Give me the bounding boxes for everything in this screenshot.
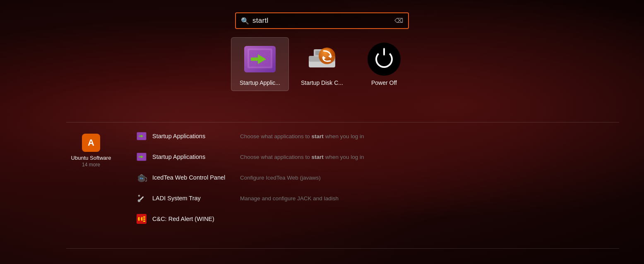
startup-app-1-name: Startup Applications: [152, 133, 235, 139]
cnc-name: C&C: Red Alert (WINE): [152, 216, 235, 222]
bottom-divider: [66, 248, 619, 249]
power-off-label: Power Off: [371, 79, 397, 86]
cnc-icon: [136, 213, 147, 225]
search-clear-button[interactable]: ⌫: [394, 17, 403, 24]
top-divider: [66, 122, 619, 122]
startup-app-1-desc: Choose what applications to start when y…: [240, 133, 364, 139]
svg-rect-24: [143, 218, 145, 220]
ladi-desc: Manage and configure JACK and ladish: [240, 195, 339, 202]
startup-app-1-icon: [136, 130, 147, 142]
ubuntu-software-icon: A: [82, 134, 100, 152]
svg-point-21: [138, 195, 140, 197]
startup-applications-icon: [243, 43, 276, 76]
ladi-name: LADI System Tray: [152, 195, 235, 202]
ubuntu-more-count: 14 more: [82, 162, 100, 168]
svg-rect-25: [143, 221, 145, 222]
ubuntu-software-name: Ubuntu Software: [71, 154, 111, 162]
startup-app-2-icon: [136, 151, 147, 163]
startup-applications-label: Startup Applic...: [240, 79, 280, 86]
svg-point-20: [138, 199, 140, 202]
list-item-cnc[interactable]: C&C: Red Alert (WINE): [132, 209, 619, 229]
icedtea-name: IcedTea Web Control Panel: [152, 174, 235, 181]
search-container: 🔍 startl ⌫: [235, 12, 409, 29]
source-app-info: A Ubuntu Software 14 more: [66, 126, 116, 229]
ladi-icon: [136, 192, 147, 204]
search-icon: 🔍: [241, 17, 249, 25]
startup-disk-icon: [305, 43, 339, 76]
startup-app-2-desc: Choose what applications to start when y…: [240, 154, 364, 160]
list-results-section: A Ubuntu Software 14 more Startup Applic…: [66, 126, 619, 229]
icedtea-icon: [136, 172, 147, 183]
search-bar: 🔍 startl ⌫: [235, 12, 409, 29]
top-result-startup-disk-creator[interactable]: Startup Disk C...: [293, 37, 351, 91]
top-result-power-off[interactable]: Power Off: [355, 37, 413, 91]
icedtea-desc: Configure IcedTea Web (javaws): [240, 175, 321, 181]
top-result-startup-applications[interactable]: Startup Applic...: [231, 37, 289, 91]
list-item-startup-app-1[interactable]: Startup Applications Choose what applica…: [132, 126, 619, 146]
list-items-container: Startup Applications Choose what applica…: [132, 126, 619, 229]
svg-rect-23: [143, 216, 145, 218]
svg-rect-17: [140, 178, 142, 179]
list-item-startup-app-2[interactable]: Startup Applications Choose what applica…: [132, 147, 619, 167]
svg-rect-18: [142, 178, 143, 179]
list-item-ladi[interactable]: LADI System Tray Manage and configure JA…: [132, 188, 619, 208]
top-results-grid: Startup Applic...: [231, 37, 413, 91]
startup-disk-creator-label: Startup Disk C...: [301, 79, 343, 86]
search-input[interactable]: startl: [252, 17, 391, 25]
power-off-icon: [368, 43, 401, 76]
list-item-icedtea[interactable]: IcedTea Web Control Panel Configure Iced…: [132, 168, 619, 187]
startup-app-2-name: Startup Applications: [152, 154, 235, 160]
